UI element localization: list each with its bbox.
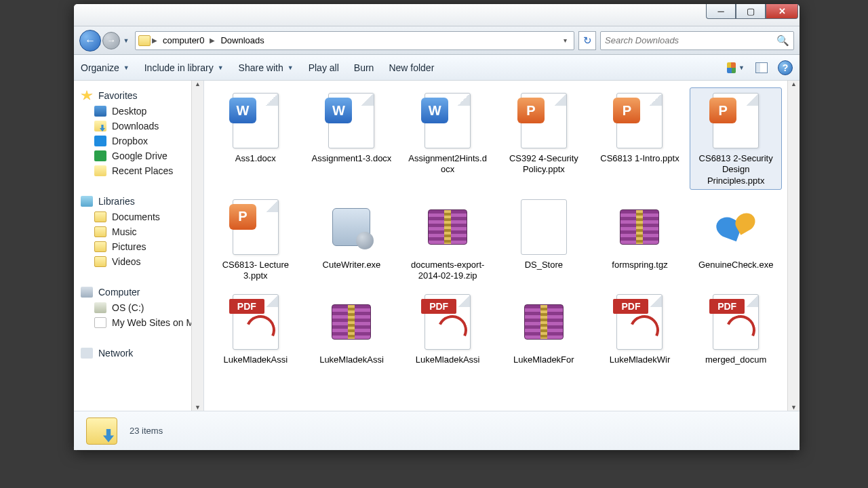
pane-icon [755, 62, 768, 73]
downloads-icon [94, 121, 106, 131]
downloads-folder-icon [86, 418, 117, 445]
chevron-right-icon[interactable]: ▶ [210, 37, 215, 44]
organize-menu[interactable]: Organize▼ [81, 62, 130, 73]
sidebar-item-videos[interactable]: Videos [74, 254, 203, 269]
file-item[interactable]: P CS6813 2-Security Design Principles.pp… [690, 87, 782, 190]
file-item[interactable]: PDF LukeMladekAssi [401, 289, 494, 369]
file-item[interactable]: PDF LukeMladekWir [594, 289, 686, 369]
refresh-button[interactable]: ↻ [578, 31, 596, 50]
file-item[interactable]: LukeMladekFor [498, 289, 590, 369]
play-all-button[interactable]: Play all [309, 62, 339, 73]
file-item[interactable]: LukeMladekAssi [306, 289, 398, 369]
sidebar-scrollbar[interactable]: ▲▼ [191, 81, 203, 411]
libraries-icon [81, 196, 93, 207]
pdf-file-icon: PDF [418, 292, 477, 352]
file-item[interactable]: PDF LukeMladekAssi [210, 289, 302, 369]
file-name: Ass1.docx [235, 153, 276, 164]
titlebar[interactable]: ─ ▢ ✕ [74, 4, 800, 26]
toolbar: Organize▼ Include in library▼ Share with… [74, 55, 800, 81]
sidebar-computer[interactable]: Computer [74, 284, 203, 300]
file-name: DS_Store [525, 260, 563, 270]
file-name: CS6813 1-Intro.pptx [600, 153, 679, 164]
preview-pane-button[interactable] [752, 59, 771, 77]
sidebar-item-gdrive[interactable]: Google Drive [74, 148, 203, 163]
breadcrumb-computer0[interactable]: computer0 [159, 35, 208, 45]
file-item[interactable]: formspring.tgz [594, 194, 686, 285]
pdf-file-icon: PDF [226, 292, 285, 352]
sidebar-item-documents[interactable]: Documents [74, 209, 203, 224]
file-item[interactable]: GenuineCheck.exe [690, 194, 782, 285]
close-button[interactable]: ✕ [766, 4, 798, 19]
search-box[interactable]: 🔍 [600, 31, 794, 50]
include-library-menu[interactable]: Include in library▼ [144, 62, 224, 73]
view-options-button[interactable]: ▼ [726, 59, 745, 77]
file-name: Assignment2Hints.docx [407, 153, 488, 176]
file-item[interactable]: P CS6813 1-Intro.pptx [594, 87, 686, 190]
back-button[interactable]: ← [79, 30, 101, 52]
network-icon [81, 348, 93, 359]
status-item-count: 23 items [130, 426, 163, 436]
sidebar-item-desktop[interactable]: Desktop [74, 104, 203, 119]
breadcrumb-dropdown[interactable]: ▾ [559, 37, 571, 44]
recent-icon [94, 165, 106, 176]
maximize-button[interactable]: ▢ [736, 4, 766, 19]
breadcrumb-downloads[interactable]: Downloads [216, 35, 268, 45]
file-item[interactable]: CuteWriter.exe [306, 194, 398, 285]
archive-file-icon [322, 292, 380, 352]
word-file-icon: W [418, 91, 477, 150]
ppt-file-icon: P [226, 197, 285, 257]
nav-history-dropdown[interactable]: ▼ [121, 37, 131, 44]
minimize-button[interactable]: ─ [706, 4, 736, 19]
sidebar-network[interactable]: Network [74, 345, 203, 361]
share-with-menu[interactable]: Share with▼ [239, 62, 294, 73]
file-item[interactable]: P CS392 4-Security Policy.pptx [498, 87, 590, 190]
chevron-right-icon[interactable]: ▶ [152, 37, 157, 44]
file-item[interactable]: documents-export-2014-02-19.zip [401, 194, 494, 285]
content-scrollbar[interactable]: ▲▼ [787, 81, 800, 411]
blank-file-icon [515, 197, 573, 257]
search-input[interactable] [605, 35, 776, 45]
file-item[interactable]: W Assignment2Hints.docx [401, 87, 494, 190]
sidebar-item-recent[interactable]: Recent Places [74, 163, 203, 178]
sidebar-item-websites[interactable]: My Web Sites on M [74, 315, 203, 330]
breadcrumb[interactable]: ▶ computer0 ▶ Downloads ▾ [135, 31, 574, 50]
search-icon[interactable]: 🔍 [776, 35, 789, 47]
file-name: CS392 4-Security Policy.pptx [503, 153, 585, 176]
explorer-window: ─ ▢ ✕ ← → ▼ ▶ computer0 ▶ Downloads ▾ ↻ … [73, 3, 800, 451]
folder-icon [94, 226, 106, 237]
word-file-icon: W [322, 91, 380, 150]
computer-icon [81, 287, 93, 298]
file-name: merged_docum [705, 354, 766, 365]
sidebar-item-pictures[interactable]: Pictures [74, 239, 203, 254]
gc-file-icon [707, 197, 765, 257]
sidebar-item-downloads[interactable]: Downloads [74, 119, 203, 134]
sidebar-item-os-c[interactable]: OS (C:) [74, 300, 203, 315]
sidebar-item-dropbox[interactable]: Dropbox [74, 134, 203, 148]
file-name: CS6813- Lecture 3.pptx [215, 260, 296, 282]
navigation-pane: Favorites Desktop Downloads Dropbox Goog… [74, 81, 204, 411]
desktop-icon [94, 106, 106, 117]
sidebar-libraries[interactable]: Libraries [74, 193, 203, 209]
folder-icon [94, 211, 106, 222]
file-item[interactable]: DS_Store [498, 194, 590, 285]
file-name: LukeMladekAssi [224, 354, 288, 365]
file-name: CS6813 2-Security Design Principles.pptx [695, 153, 776, 186]
sidebar-favorites[interactable]: Favorites [74, 87, 203, 104]
file-item[interactable]: P CS6813- Lecture 3.pptx [210, 194, 302, 285]
sidebar-item-music[interactable]: Music [74, 224, 203, 239]
burn-button[interactable]: Burn [354, 62, 374, 73]
help-button[interactable]: ? [778, 60, 793, 75]
file-item[interactable]: W Ass1.docx [210, 87, 302, 190]
pdf-file-icon: PDF [707, 292, 765, 352]
new-folder-button[interactable]: New folder [389, 62, 434, 73]
archive-file-icon [418, 197, 477, 257]
file-name: LukeMladekAssi [416, 354, 480, 365]
dropbox-icon [94, 136, 106, 146]
file-name: documents-export-2014-02-19.zip [407, 260, 488, 282]
file-list[interactable]: W Ass1.docxW Assignment1-3.docxW Assignm… [204, 81, 800, 411]
forward-button[interactable]: → [102, 32, 120, 49]
file-item[interactable]: PDF merged_docum [690, 289, 782, 369]
file-item[interactable]: W Assignment1-3.docx [306, 87, 398, 190]
pdf-file-icon: PDF [610, 292, 669, 352]
file-name: LukeMladekAssi [319, 354, 384, 365]
